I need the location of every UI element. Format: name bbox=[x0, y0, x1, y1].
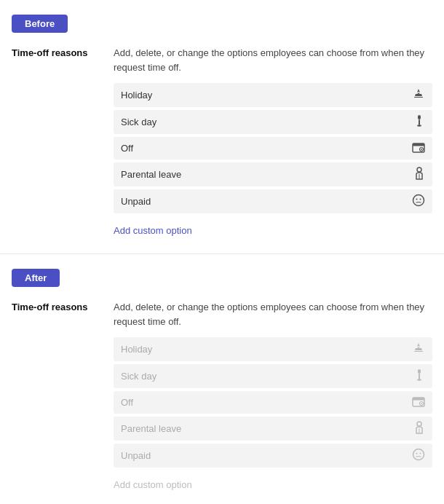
svg-point-20 bbox=[421, 403, 422, 404]
option-name: Off bbox=[121, 397, 133, 408]
svg-point-7 bbox=[421, 149, 422, 150]
svg-point-12 bbox=[420, 199, 421, 200]
option-item-disabled: Off bbox=[114, 391, 432, 414]
option-item[interactable]: Off bbox=[114, 137, 432, 160]
before-option-list: Holiday Sick day bbox=[114, 83, 432, 213]
svg-point-10 bbox=[413, 195, 424, 206]
before-row-title: Time-off reasons bbox=[12, 46, 114, 58]
parental-icon bbox=[413, 167, 425, 182]
add-custom-button-disabled: Add custom option bbox=[114, 479, 192, 490]
after-row-title: Time-off reasons bbox=[12, 300, 114, 312]
svg-point-23 bbox=[413, 449, 424, 460]
sickday-icon-disabled bbox=[413, 369, 425, 384]
option-name: Unpaid bbox=[121, 450, 151, 461]
svg-point-0 bbox=[418, 93, 420, 95]
svg-rect-5 bbox=[413, 143, 424, 146]
svg-rect-15 bbox=[419, 374, 420, 379]
svg-rect-14 bbox=[418, 369, 421, 374]
before-row-content: Add, delete, or change the options emplo… bbox=[114, 46, 432, 236]
before-row: Time-off reasons Add, delete, or change … bbox=[0, 46, 444, 236]
option-item-disabled: Unpaid bbox=[114, 444, 432, 468]
holiday-icon bbox=[412, 87, 425, 103]
option-item-disabled: Parental leave bbox=[114, 417, 432, 441]
off-icon-disabled bbox=[412, 395, 425, 409]
svg-rect-18 bbox=[413, 398, 424, 401]
svg-point-11 bbox=[416, 199, 418, 200]
unpaid-icon-disabled bbox=[412, 448, 425, 463]
unpaid-icon bbox=[412, 194, 425, 209]
after-row-content: Add, delete, or change the options emplo… bbox=[114, 300, 432, 490]
option-name: Sick day bbox=[121, 371, 156, 382]
before-section: Before Time-off reasons Add, delete, or … bbox=[0, 0, 444, 254]
svg-point-8 bbox=[417, 168, 421, 172]
svg-point-3 bbox=[417, 125, 421, 126]
after-row: Time-off reasons Add, delete, or change … bbox=[0, 300, 444, 490]
svg-point-13 bbox=[418, 347, 420, 350]
option-name: Unpaid bbox=[121, 196, 151, 207]
option-item-disabled: Holiday bbox=[114, 337, 432, 361]
option-name: Holiday bbox=[121, 344, 152, 355]
option-name: Parental leave bbox=[121, 423, 181, 434]
svg-point-25 bbox=[420, 453, 421, 454]
svg-point-24 bbox=[416, 453, 418, 454]
option-item-disabled: Sick day bbox=[114, 364, 432, 388]
after-description: Add, delete, or change the options emplo… bbox=[114, 300, 432, 328]
add-custom-button[interactable]: Add custom option bbox=[114, 225, 192, 236]
option-item[interactable]: Unpaid bbox=[114, 189, 432, 213]
after-option-list: Holiday Sick day bbox=[114, 337, 432, 468]
svg-point-16 bbox=[417, 379, 421, 380]
holiday-icon-disabled bbox=[412, 342, 425, 357]
option-item[interactable]: Parental leave bbox=[114, 162, 432, 186]
option-item[interactable]: Holiday bbox=[114, 83, 432, 107]
before-label: Before bbox=[12, 15, 68, 33]
option-name: Sick day bbox=[121, 117, 156, 127]
off-icon bbox=[412, 141, 425, 155]
svg-rect-2 bbox=[419, 119, 420, 125]
option-name: Parental leave bbox=[121, 169, 181, 180]
option-name: Off bbox=[121, 143, 133, 154]
after-label: After bbox=[12, 269, 60, 287]
svg-rect-1 bbox=[418, 115, 421, 119]
option-item[interactable]: Sick day bbox=[114, 110, 432, 134]
sickday-icon bbox=[413, 114, 425, 130]
before-description: Add, delete, or change the options emplo… bbox=[114, 46, 432, 74]
svg-point-21 bbox=[417, 422, 421, 426]
option-name: Holiday bbox=[121, 90, 152, 101]
after-section: After Time-off reasons Add, delete, or c… bbox=[0, 254, 444, 504]
parental-icon-disabled bbox=[413, 421, 425, 436]
